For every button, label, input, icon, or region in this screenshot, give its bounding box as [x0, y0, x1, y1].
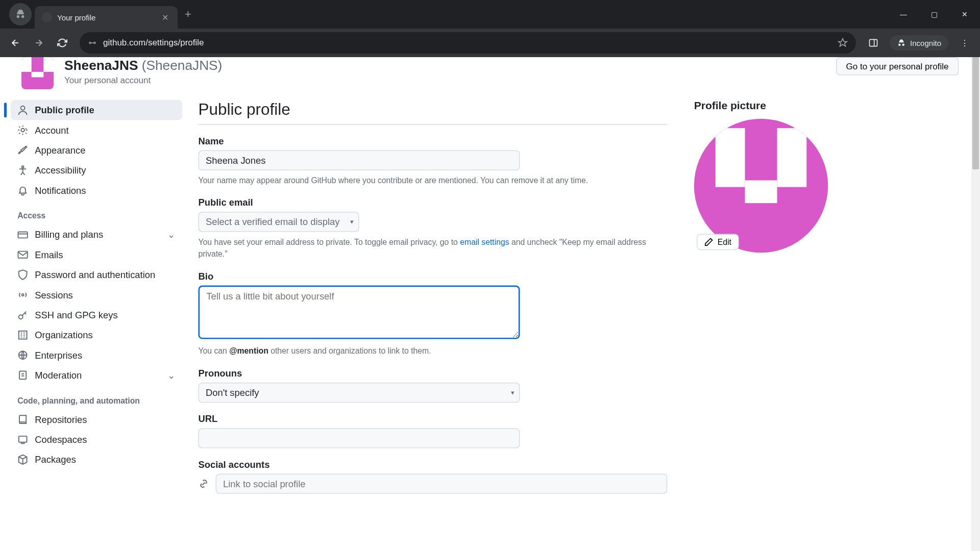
profile-picture: [694, 119, 828, 253]
svg-rect-7: [18, 252, 27, 258]
url-text: github.com/settings/profile: [103, 38, 831, 48]
profile-picture-heading: Profile picture: [694, 100, 842, 112]
sidebar-item-emails[interactable]: Emails: [11, 245, 182, 265]
svg-point-0: [89, 42, 91, 44]
public-email-select[interactable]: Select a verified email to display: [199, 212, 359, 232]
name-label: Name: [199, 136, 668, 146]
sidebar-item-notifications[interactable]: Notifications: [11, 181, 182, 201]
sidebar-item-appearance[interactable]: Appearance: [11, 140, 182, 160]
chevron-down-icon: ⌄: [167, 229, 176, 240]
sidebar-item-packages[interactable]: Packages: [11, 449, 182, 469]
social-link-input[interactable]: [216, 473, 668, 493]
social-accounts-label: Social accounts: [199, 459, 668, 470]
paintbrush-icon: [17, 145, 28, 156]
incognito-icon: [15, 9, 26, 20]
chevron-down-icon: ⌄: [167, 370, 176, 381]
sidebar-item-account[interactable]: Account: [11, 120, 182, 140]
svg-rect-2: [870, 39, 877, 46]
url-input[interactable]: [199, 428, 520, 448]
browser-menu-button[interactable]: ⋮: [954, 33, 975, 53]
svg-rect-12: [19, 371, 26, 380]
settings-header: SheenaJNS (SheenaJNS) Your personal acco…: [0, 57, 980, 100]
sidebar-item-password[interactable]: Password and authentication: [11, 265, 182, 285]
header-username: SheenaJNS (SheenaJNS): [64, 57, 222, 74]
public-email-label: Public email: [199, 197, 668, 208]
person-icon: [17, 105, 28, 115]
key-icon: [17, 310, 28, 320]
credit-card-icon: [17, 229, 28, 240]
link-icon: [199, 479, 209, 489]
tab-title: Your profile: [57, 13, 160, 22]
svg-point-4: [21, 129, 24, 132]
bio-note: You can @mention other users and organiz…: [199, 345, 668, 357]
mail-icon: [17, 249, 28, 260]
tab-close-button[interactable]: ✕: [160, 11, 170, 24]
forward-button[interactable]: [29, 33, 49, 53]
bio-textarea[interactable]: [199, 286, 520, 339]
repo-icon: [17, 414, 28, 425]
url-label: URL: [199, 413, 668, 424]
goto-profile-button[interactable]: Go to your personal profile: [836, 57, 959, 75]
public-email-note: You have set your email address to priva…: [199, 236, 668, 260]
sidebar-item-sessions[interactable]: Sessions: [11, 285, 182, 305]
pronouns-label: Pronouns: [199, 368, 668, 379]
browser-tab[interactable]: Your profile ✕: [35, 6, 178, 29]
incognito-label: Incognito: [910, 39, 941, 47]
browser-titlebar: Your profile ✕ + ― ▢ ✕: [0, 0, 980, 29]
new-tab-button[interactable]: +: [178, 8, 199, 21]
svg-rect-13: [19, 436, 27, 442]
pencil-icon: [704, 237, 713, 246]
name-note: Your name may appear around GitHub where…: [199, 174, 668, 187]
accessibility-icon: [17, 165, 28, 176]
sidebar-item-accessibility[interactable]: Accessibility: [11, 160, 182, 180]
browser-toolbar: github.com/settings/profile Incognito ⋮: [0, 29, 980, 57]
bookmark-star-icon[interactable]: [838, 38, 848, 48]
sidebar-item-billing[interactable]: Billing and plans⌄: [11, 224, 182, 244]
svg-point-8: [22, 294, 24, 296]
sidebar-item-codespaces[interactable]: Codespaces: [11, 430, 182, 449]
svg-rect-10: [19, 331, 27, 339]
bell-icon: [17, 185, 28, 196]
bio-label: Bio: [199, 271, 668, 282]
settings-sidebar: Public profile Account Appearance Access…: [11, 100, 182, 505]
edit-picture-button[interactable]: Edit: [697, 234, 739, 251]
sidebar-item-ssh-keys[interactable]: SSH and GPG keys: [11, 305, 182, 325]
sidebar-heading-code: Code, planning, and automation: [11, 385, 182, 409]
svg-rect-6: [18, 232, 27, 238]
window-close-button[interactable]: ✕: [949, 0, 980, 29]
sidebar-item-moderation[interactable]: Moderation⌄: [11, 365, 182, 385]
sidebar-item-repositories[interactable]: Repositories: [11, 409, 182, 429]
sidebar-heading-access: Access: [11, 201, 182, 224]
tab-favicon: [42, 12, 52, 22]
globe-icon: [17, 350, 28, 361]
sidebar-item-organizations[interactable]: Organizations: [11, 325, 182, 345]
codespaces-icon: [17, 434, 28, 445]
address-bar[interactable]: github.com/settings/profile: [80, 32, 856, 54]
gear-icon: [17, 125, 28, 136]
side-panel-button[interactable]: [863, 33, 884, 53]
page-title: Public profile: [199, 100, 668, 125]
email-settings-link[interactable]: email settings: [460, 237, 509, 246]
name-input[interactable]: [199, 150, 520, 170]
scrollbar-track[interactable]: [971, 57, 980, 551]
broadcast-icon: [17, 289, 28, 300]
organization-icon: [17, 330, 28, 340]
incognito-icon: [897, 38, 906, 47]
svg-point-3: [21, 106, 25, 110]
svg-point-5: [22, 166, 24, 168]
header-avatar: [21, 57, 54, 89]
sidebar-item-public-profile[interactable]: Public profile: [11, 100, 182, 120]
pronouns-select[interactable]: Don't specify: [199, 383, 520, 403]
scrollbar-thumb[interactable]: [972, 57, 979, 169]
sidebar-item-enterprises[interactable]: Enterprises: [11, 345, 182, 365]
shield-lock-icon: [17, 269, 28, 280]
incognito-indicator[interactable]: Incognito: [890, 35, 948, 51]
window-minimize-button[interactable]: ―: [888, 0, 919, 29]
svg-point-1: [94, 42, 95, 44]
browser-profile-chip[interactable]: [9, 3, 32, 26]
site-info-icon[interactable]: [88, 38, 97, 47]
window-maximize-button[interactable]: ▢: [919, 0, 949, 29]
reload-button[interactable]: [52, 33, 72, 53]
back-button[interactable]: [5, 33, 26, 53]
package-icon: [17, 454, 28, 465]
